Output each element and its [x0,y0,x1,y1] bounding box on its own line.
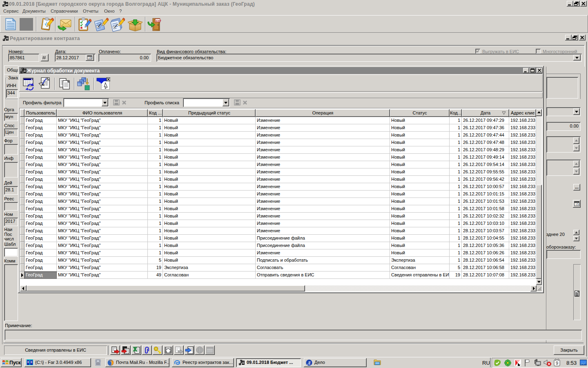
svg-text:EXIT: EXIT [156,20,162,22]
svg-text:Д: Д [307,361,311,365]
svg-text:9: 9 [556,361,558,366]
svg-text:15: 15 [575,203,579,206]
svg-text:15: 15 [88,56,91,59]
